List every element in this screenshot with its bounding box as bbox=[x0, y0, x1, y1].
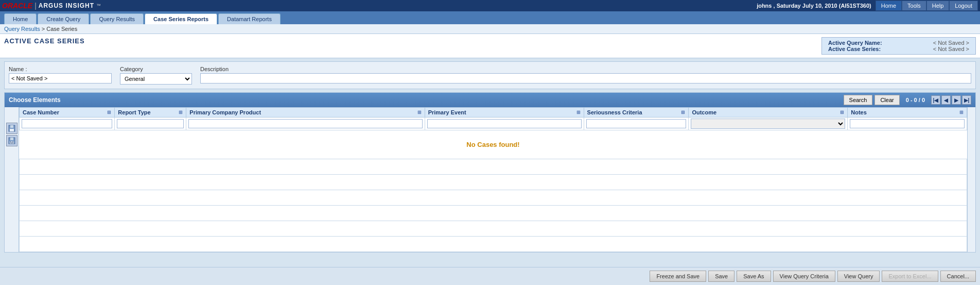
filter-primary-company-product-input[interactable] bbox=[188, 119, 422, 128]
tab-home[interactable]: Home bbox=[4, 13, 37, 24]
table-content: Case Number ⊞ Report Type ⊞ bbox=[19, 107, 967, 252]
col-seriousness-criteria-label: Seriousness Criteria bbox=[587, 109, 642, 115]
col-seriousness-criteria-sort[interactable]: ⊞ bbox=[681, 110, 685, 115]
next-page-icon[interactable]: ▶ bbox=[952, 95, 961, 105]
filter-primary-event-input[interactable] bbox=[427, 119, 582, 128]
freeze-and-save-button[interactable]: Freeze and Save bbox=[650, 271, 706, 282]
description-input[interactable] bbox=[200, 73, 971, 83]
tab-datamart-reports[interactable]: Datamart Reports bbox=[218, 13, 281, 24]
active-query-name-value: < Not Saved > bbox=[933, 40, 969, 46]
search-button[interactable]: Search bbox=[844, 95, 873, 105]
col-report-type-sort[interactable]: ⊞ bbox=[179, 110, 183, 115]
tab-query-results[interactable]: Query Results bbox=[90, 13, 144, 24]
pagination-info: 0 - 0 / 0 bbox=[906, 97, 925, 103]
col-notes-sort[interactable]: ⊞ bbox=[959, 110, 964, 115]
active-case-series-label: Active Case Series: bbox=[828, 46, 881, 52]
tab-create-query[interactable]: Create Query bbox=[38, 13, 89, 24]
no-cases-row: No Cases found! bbox=[20, 130, 967, 159]
header-right: johns , Saturday July 10, 2010 (AI51ST36… bbox=[757, 1, 978, 11]
filter-primary-event bbox=[425, 118, 584, 130]
choose-elements-header: Choose Elements Search Clear 0 - 0 / 0 |… bbox=[5, 93, 975, 107]
name-label: Name : bbox=[9, 66, 112, 72]
name-input[interactable] bbox=[9, 73, 112, 83]
oracle-logo: ORACLE bbox=[2, 2, 32, 10]
empty-row-3 bbox=[20, 190, 967, 206]
col-outcome: Outcome ⊞ bbox=[689, 108, 848, 118]
col-notes: Notes ⊞ bbox=[848, 108, 967, 118]
first-page-icon[interactable]: |◀ bbox=[931, 95, 940, 105]
view-query-button[interactable]: View Query bbox=[837, 271, 880, 282]
prev-page-icon[interactable]: ◀ bbox=[941, 95, 951, 105]
filter-case-number-input[interactable] bbox=[22, 119, 112, 128]
col-case-number-label: Case Number bbox=[23, 109, 59, 115]
top-nav-buttons: Home Tools Help Logout bbox=[876, 1, 978, 11]
top-header: ORACLE | ARGUS INSIGHT ™ johns , Saturda… bbox=[0, 0, 980, 11]
top-nav-help[interactable]: Help bbox=[926, 1, 950, 11]
filter-seriousness-criteria-input[interactable] bbox=[586, 119, 687, 128]
active-query-name-label: Active Query Name: bbox=[828, 40, 882, 46]
name-group: Name : bbox=[9, 66, 112, 83]
form-section: Name : Category General Private Public D… bbox=[4, 61, 976, 89]
bottom-toolbar: Freeze and Save Save Save As View Query … bbox=[0, 267, 980, 285]
col-outcome-label: Outcome bbox=[692, 109, 716, 115]
col-primary-event: Primary Event ⊞ bbox=[425, 108, 584, 118]
last-page-icon[interactable]: ▶| bbox=[962, 95, 971, 105]
nav-icons: |◀ ◀ ▶ ▶| bbox=[931, 95, 971, 105]
no-cases-message: No Cases found! bbox=[466, 141, 519, 148]
svg-text:M: M bbox=[10, 140, 13, 145]
col-primary-company-product: Primary Company Product ⊞ bbox=[186, 108, 425, 118]
top-nav-tools[interactable]: Tools bbox=[902, 1, 926, 11]
col-primary-company-product-sort[interactable]: ⊞ bbox=[417, 110, 422, 115]
user-info: johns , Saturday July 10, 2010 (AI51ST36… bbox=[757, 3, 871, 9]
svg-rect-1 bbox=[10, 125, 13, 128]
col-case-number-sort[interactable]: ⊞ bbox=[107, 110, 111, 115]
active-case-series-row: Active Case Series: < Not Saved > bbox=[828, 46, 969, 52]
description-label: Description bbox=[200, 66, 971, 72]
empty-row-1 bbox=[20, 159, 967, 175]
tab-case-series-reports[interactable]: Case Series Reports bbox=[145, 13, 217, 24]
filter-primary-company-product bbox=[186, 118, 425, 130]
filter-notes bbox=[848, 118, 967, 130]
save-as-button[interactable]: Save As bbox=[737, 271, 771, 282]
top-nav-logout[interactable]: Logout bbox=[949, 1, 978, 11]
logo-separator: | bbox=[34, 2, 37, 10]
filter-case-number bbox=[20, 118, 115, 130]
col-case-number: Case Number ⊞ bbox=[20, 108, 115, 118]
cancel-button[interactable]: Cancel... bbox=[940, 271, 976, 282]
active-query-name-row: Active Query Name: < Not Saved > bbox=[828, 40, 969, 46]
filter-report-type-input[interactable] bbox=[117, 119, 184, 128]
description-group: Description bbox=[200, 66, 971, 83]
category-group: Category General Private Public bbox=[120, 66, 192, 85]
left-icon-2[interactable]: M bbox=[6, 135, 18, 146]
empty-row-6 bbox=[20, 237, 967, 252]
col-report-type-label: Report Type bbox=[118, 109, 150, 115]
save-button[interactable]: Save bbox=[708, 271, 734, 282]
left-icon-1[interactable] bbox=[6, 123, 18, 134]
top-nav-home[interactable]: Home bbox=[876, 1, 902, 11]
col-primary-company-product-label: Primary Company Product bbox=[189, 109, 261, 115]
page-title-bar: ACTIVE CASE SERIES Active Query Name: < … bbox=[0, 34, 980, 58]
breadcrumb-separator: > bbox=[42, 26, 46, 32]
empty-row-5 bbox=[20, 221, 967, 237]
export-to-excel-button[interactable]: Export to Excel... bbox=[882, 271, 938, 282]
clear-button[interactable]: Clear bbox=[874, 95, 899, 105]
main-nav: Home Create Query Query Results Case Ser… bbox=[0, 11, 980, 24]
col-report-type: Report Type ⊞ bbox=[115, 108, 186, 118]
category-select[interactable]: General Private Public bbox=[120, 73, 192, 85]
col-outcome-sort[interactable]: ⊞ bbox=[840, 110, 844, 115]
col-primary-event-sort[interactable]: ⊞ bbox=[576, 110, 581, 115]
empty-row-2 bbox=[20, 175, 967, 190]
breadcrumb-case-series: Case Series bbox=[46, 26, 77, 32]
category-label: Category bbox=[120, 66, 192, 72]
breadcrumb-query-results[interactable]: Query Results bbox=[4, 26, 40, 32]
table-filter-row bbox=[20, 118, 967, 130]
view-query-criteria-button[interactable]: View Query Criteria bbox=[773, 271, 835, 282]
filter-notes-input[interactable] bbox=[850, 119, 965, 128]
left-icons: M bbox=[5, 107, 19, 252]
filter-outcome-select[interactable] bbox=[691, 119, 845, 129]
col-notes-label: Notes bbox=[851, 109, 867, 115]
table-header-row: Case Number ⊞ Report Type ⊞ bbox=[20, 108, 967, 118]
choose-elements-title: Choose Elements bbox=[9, 96, 61, 104]
trademark: ™ bbox=[96, 3, 101, 8]
right-scrollbar[interactable] bbox=[967, 107, 975, 252]
